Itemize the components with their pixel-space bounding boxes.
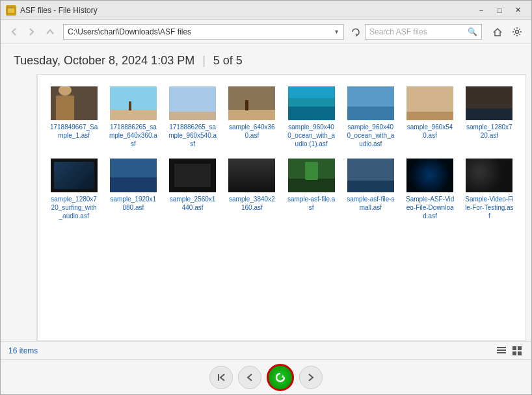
list-item[interactable]: sample_960x540.asf bbox=[403, 84, 457, 151]
view-controls bbox=[495, 344, 524, 357]
file-thumbnail bbox=[51, 86, 98, 120]
file-name: sample_2560x1440.asf bbox=[168, 195, 217, 212]
prev-button[interactable] bbox=[238, 366, 261, 389]
svg-rect-11 bbox=[512, 351, 516, 355]
list-item[interactable]: 1718886265_sample_960x540.asf bbox=[166, 84, 220, 151]
file-name: sample_960x540.asf bbox=[406, 123, 455, 140]
date-info: Tuesday, October 8, 2024 1:03 PM | 5 of … bbox=[14, 54, 518, 68]
details-view-button[interactable] bbox=[495, 344, 508, 357]
status-bar: 16 items bbox=[1, 341, 531, 359]
minimize-button[interactable]: − bbox=[473, 4, 490, 17]
up-button[interactable] bbox=[42, 24, 58, 40]
close-button[interactable]: ✕ bbox=[509, 4, 526, 17]
file-thumbnail bbox=[169, 86, 216, 120]
svg-rect-13 bbox=[218, 374, 219, 381]
file-thumbnail bbox=[110, 86, 157, 120]
file-name: 1718886265_sample_960x540.asf bbox=[168, 123, 217, 148]
refresh-button[interactable] bbox=[349, 25, 362, 38]
address-dropdown-icon[interactable]: ▾ bbox=[334, 28, 339, 35]
list-item[interactable]: sample_960x400_ocean_with_audio (1).asf bbox=[284, 84, 338, 151]
forward-button[interactable] bbox=[24, 24, 40, 40]
list-item[interactable]: Sample-Video-File-For-Testing.asf bbox=[462, 156, 516, 223]
list-item[interactable]: sample_1280x720_surfing_with_audio.asf bbox=[47, 156, 101, 223]
maximize-button[interactable]: □ bbox=[491, 4, 508, 17]
restore-button[interactable] bbox=[267, 364, 294, 391]
content-header: Tuesday, October 8, 2024 1:03 PM | 5 of … bbox=[1, 44, 531, 74]
nav-bar: C:\Users\charl\Downloads\ASF files ▾ Sea… bbox=[1, 20, 531, 44]
list-item[interactable]: Sample-ASF-Video-File-Download.asf bbox=[403, 156, 457, 223]
list-item[interactable]: sample_640x360.asf bbox=[225, 84, 279, 151]
item-count: 16 items bbox=[8, 346, 38, 355]
file-name: 1718849667_Sample_1.asf bbox=[49, 123, 98, 140]
file-thumbnail bbox=[466, 159, 512, 192]
list-item[interactable]: sample_2560x1440.asf bbox=[166, 156, 220, 223]
svg-rect-1 bbox=[8, 8, 14, 13]
svg-rect-6 bbox=[497, 347, 506, 348]
svg-rect-8 bbox=[497, 352, 506, 353]
page-count: 5 of 5 bbox=[213, 54, 243, 68]
svg-rect-9 bbox=[512, 346, 516, 350]
file-name: Sample-Video-File-For-Testing.asf bbox=[465, 195, 514, 220]
home-button[interactable] bbox=[488, 23, 507, 41]
file-name: sample_960x400_ocean_with_audio.asf bbox=[346, 123, 395, 148]
address-text: C:\Users\charl\Downloads\ASF files bbox=[68, 27, 334, 36]
file-grid: 1718849667_Sample_1.asf 1718886265_sampl… bbox=[44, 81, 519, 225]
svg-point-3 bbox=[10, 7, 11, 8]
file-name: sample_1920x1080.asf bbox=[109, 195, 157, 212]
file-name: Sample-ASF-Video-File-Download.asf bbox=[406, 195, 455, 220]
first-button[interactable] bbox=[209, 366, 233, 389]
list-item[interactable]: sample_3840x2160.asf bbox=[225, 156, 279, 223]
settings-button[interactable] bbox=[508, 23, 526, 41]
file-name: sample-asf-file-small.asf bbox=[346, 195, 395, 212]
svg-point-2 bbox=[8, 7, 10, 8]
svg-rect-10 bbox=[518, 346, 522, 350]
file-thumbnail bbox=[406, 159, 453, 192]
date-text: Tuesday, October 8, 2024 1:03 PM bbox=[14, 54, 194, 68]
back-button[interactable] bbox=[6, 24, 21, 40]
file-thumbnail bbox=[288, 86, 335, 120]
file-thumbnail bbox=[51, 159, 98, 192]
file-thumbnail bbox=[347, 159, 394, 192]
tiles-view-button[interactable] bbox=[511, 344, 524, 357]
svg-rect-7 bbox=[497, 350, 506, 351]
file-name: sample_1280x720_surfing_with_audio.asf bbox=[49, 195, 98, 220]
file-thumbnail bbox=[288, 159, 335, 192]
date-separator: | bbox=[202, 54, 206, 68]
list-item[interactable]: 1718849667_Sample_1.asf bbox=[47, 84, 101, 151]
main-area: 1718849667_Sample_1.asf 1718886265_sampl… bbox=[1, 74, 531, 341]
file-name: sample_960x400_ocean_with_audio (1).asf bbox=[287, 123, 336, 148]
svg-point-4 bbox=[11, 7, 12, 8]
list-item[interactable]: sample_1280x720.asf bbox=[462, 84, 516, 151]
title-bar: ASF files - File History − □ ✕ bbox=[1, 1, 531, 20]
window-icon bbox=[6, 5, 16, 16]
nav-controls bbox=[1, 359, 531, 394]
file-thumbnail bbox=[347, 86, 394, 120]
next-button[interactable] bbox=[299, 366, 323, 389]
file-name: sample_3840x2160.asf bbox=[228, 195, 276, 212]
list-item[interactable]: sample_1920x1080.asf bbox=[106, 156, 160, 223]
file-thumbnail bbox=[406, 86, 453, 120]
window-controls: − □ ✕ bbox=[473, 4, 526, 17]
list-item[interactable]: sample-asf-file.asf bbox=[284, 156, 338, 223]
file-thumbnail bbox=[228, 86, 275, 120]
file-thumbnail bbox=[169, 159, 216, 192]
file-name: sample-asf-file.asf bbox=[287, 195, 336, 212]
main-window: ASF files - File History − □ ✕ C:\Users\… bbox=[0, 0, 532, 395]
search-placeholder: Search ASF files bbox=[369, 27, 468, 36]
file-thumbnail bbox=[228, 159, 275, 192]
list-item[interactable]: sample_960x400_ocean_with_audio.asf bbox=[343, 84, 397, 151]
file-name: sample_1280x720.asf bbox=[465, 123, 514, 140]
window-title: ASF files - File History bbox=[20, 6, 473, 15]
svg-point-5 bbox=[516, 30, 519, 33]
toolbar-right bbox=[488, 23, 526, 41]
list-item[interactable]: 1718886265_sample_640x360.asf bbox=[106, 84, 160, 151]
svg-rect-12 bbox=[518, 351, 522, 355]
address-bar[interactable]: C:\Users\charl\Downloads\ASF files ▾ bbox=[63, 24, 344, 40]
search-bar[interactable]: Search ASF files 🔍 bbox=[365, 24, 482, 40]
sidebar bbox=[1, 74, 37, 341]
file-thumbnail bbox=[110, 159, 157, 192]
list-item[interactable]: sample-asf-file-small.asf bbox=[343, 156, 397, 223]
file-name: 1718886265_sample_640x360.asf bbox=[109, 123, 157, 148]
search-icon: 🔍 bbox=[468, 27, 477, 36]
file-container: 1718849667_Sample_1.asf 1718886265_sampl… bbox=[37, 74, 526, 341]
